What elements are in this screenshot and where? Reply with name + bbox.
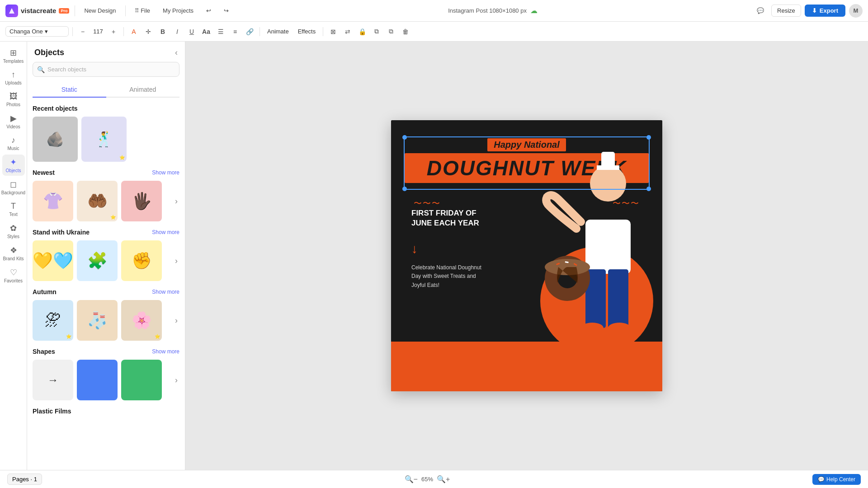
list-item[interactable]: 🕺 ⭐	[81, 117, 127, 162]
svg-point-8	[608, 323, 631, 333]
underline-button[interactable]: U	[185, 25, 198, 38]
zoom-in-button[interactable]: 🔍+	[437, 475, 450, 483]
list-item[interactable]: 🌸 ⭐	[121, 300, 162, 341]
text-label: Text	[9, 212, 17, 217]
styles-icon: ✿	[10, 223, 17, 233]
shapes-show-more[interactable]: Show more	[152, 348, 179, 355]
videos-label: Videos	[6, 124, 20, 129]
undo-button[interactable]: ↩	[203, 5, 215, 16]
text-spacing-button[interactable]: ✛	[142, 25, 155, 38]
flip-button[interactable]: ⇄	[341, 25, 354, 38]
logo-text: vistacreate	[21, 7, 56, 14]
ukraine-list: 💛🩵 🧩 ✊	[33, 240, 173, 281]
bold-button[interactable]: B	[156, 25, 169, 38]
newest-show-more[interactable]: Show more	[152, 169, 179, 176]
align-left-button[interactable]: ☰	[214, 25, 227, 38]
list-item[interactable]: 🪨	[33, 117, 78, 162]
font-family-select[interactable]: Changa One ▾	[5, 26, 69, 37]
list-item[interactable]: ✊	[121, 240, 162, 281]
resize-button[interactable]: Resize	[771, 5, 801, 17]
sep-4	[323, 27, 323, 36]
panel-close-button[interactable]: ‹	[175, 48, 178, 57]
sidebar-item-objects[interactable]: ✦ Objects	[2, 155, 25, 176]
main-area: ⊞ Templates ↑ Uploads 🖼 Photos ▶ Videos …	[0, 42, 868, 470]
sep-3	[259, 27, 260, 36]
list-item[interactable]: 🤲🏾 ⭐	[77, 181, 118, 221]
animate-button[interactable]: Animate	[264, 26, 292, 37]
object-icon: 👚	[43, 192, 63, 211]
bottom-bar: Pages · 1 🔍− 65% 🔍+ 💬 Help Center	[0, 470, 868, 488]
app-logo[interactable]: vistacreate Pro	[5, 5, 69, 17]
doc-title-area: Instagram Post 1080×1080 px ☁	[238, 6, 748, 15]
lock-button[interactable]: 🔒	[356, 25, 368, 38]
text-color-button[interactable]: A	[127, 25, 140, 38]
pages-button[interactable]: Pages · 1	[7, 474, 42, 485]
templates-icon: ⊞	[10, 48, 17, 58]
sidebar-item-videos[interactable]: ▶ Videos	[2, 111, 25, 132]
sidebar-item-brand-kits[interactable]: ❖ Brand Kits	[2, 243, 25, 264]
newest-next-button[interactable]: ›	[173, 195, 179, 208]
file-menu-button[interactable]: ⠿ File	[131, 5, 154, 16]
list-item[interactable]: 🖐🏿	[121, 181, 162, 221]
list-item[interactable]: ●	[77, 360, 118, 400]
list-item[interactable]: 💛🩵	[33, 240, 73, 281]
redo-button[interactable]: ↪	[220, 5, 232, 16]
effects-button[interactable]: Effects	[294, 26, 320, 37]
brand-kits-label: Brand Kits	[3, 256, 24, 261]
selection-handle-bl	[402, 187, 407, 191]
list-item[interactable]: 🧩	[77, 240, 118, 281]
newest-row: 👚 🤲🏾 ⭐ 🖐🏿 ›	[33, 181, 179, 221]
sidebar-item-music[interactable]: ♪ Music	[2, 133, 25, 154]
music-label: Music	[7, 146, 19, 151]
cloud-saved-icon: ☁	[530, 6, 538, 15]
sidebar-item-background[interactable]: ◻ Background	[2, 177, 25, 198]
objects-icon: ✦	[10, 157, 17, 167]
ukraine-show-more[interactable]: Show more	[152, 229, 179, 235]
list-item[interactable]: ■	[121, 360, 162, 400]
sidebar-item-templates[interactable]: ⊞ Templates	[2, 45, 25, 66]
sidebar-item-favorites[interactable]: ♡ Favorites	[2, 265, 25, 286]
text-case-button[interactable]: Aa	[200, 25, 212, 38]
crop-button[interactable]: ⊠	[327, 25, 340, 38]
avatar[interactable]: M	[849, 4, 863, 18]
ukraine-next-button[interactable]: ›	[173, 254, 179, 267]
duplicate-button[interactable]: ⧉	[385, 25, 397, 38]
celebrate-text: Celebrate National Doughnut Day with Swe…	[411, 263, 484, 290]
premium-badge: ⭐	[66, 334, 71, 339]
zoom-out-button[interactable]: 🔍−	[405, 475, 418, 483]
export-button[interactable]: ⬇ Export	[805, 5, 845, 17]
link-button[interactable]: 🔗	[243, 25, 256, 38]
arrange-button[interactable]: ⧉	[370, 25, 383, 38]
list-item[interactable]: 👚	[33, 181, 73, 221]
autumn-show-more[interactable]: Show more	[152, 289, 179, 295]
line-height-button[interactable]: ≡	[229, 25, 241, 38]
chef-figure	[531, 147, 658, 389]
svg-rect-4	[585, 220, 631, 274]
font-size-value: 117	[90, 28, 106, 35]
section-recent: Recent objects 🪨 🕺 ⭐	[27, 105, 185, 169]
italic-button[interactable]: I	[171, 25, 184, 38]
tab-animated[interactable]: Animated	[106, 82, 180, 98]
help-center-button[interactable]: 💬 Help Center	[812, 474, 861, 485]
sidebar-item-photos[interactable]: 🖼 Photos	[2, 89, 25, 110]
sidebar-item-text[interactable]: T Text	[2, 199, 25, 220]
share-icon[interactable]: 💬	[753, 5, 768, 16]
arrow-down-icon: ↓	[411, 242, 484, 256]
list-item[interactable]: 🧦	[77, 300, 118, 341]
font-size-decrease-button[interactable]: −	[76, 25, 89, 38]
sidebar-item-uploads[interactable]: ↑ Uploads	[2, 67, 25, 88]
delete-button[interactable]: 🗑	[399, 25, 412, 38]
recent-objects-list: 🪨 🕺 ⭐	[33, 117, 179, 162]
list-item[interactable]: →	[33, 360, 73, 400]
zoom-control: 🔍− 65% 🔍+	[405, 475, 450, 483]
shapes-next-button[interactable]: ›	[173, 374, 179, 387]
my-projects-button[interactable]: My Projects	[159, 5, 197, 16]
tab-static[interactable]: Static	[33, 82, 106, 98]
autumn-next-button[interactable]: ›	[173, 314, 179, 327]
sidebar-item-styles[interactable]: ✿ Styles	[2, 221, 25, 242]
font-size-increase-button[interactable]: +	[107, 25, 120, 38]
brand-kits-icon: ❖	[10, 245, 17, 255]
list-item[interactable]: ⛈ ⭐	[33, 300, 73, 341]
new-design-button[interactable]: New Design	[80, 5, 119, 16]
search-input[interactable]	[33, 62, 179, 77]
